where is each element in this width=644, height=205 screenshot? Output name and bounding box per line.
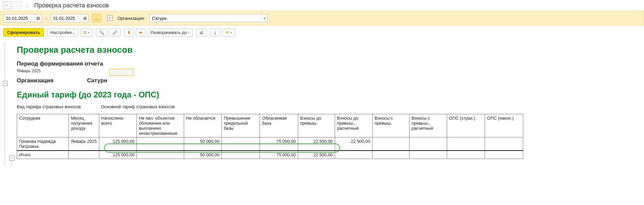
email-button[interactable]: ✉▾ <box>222 29 235 37</box>
period-label: Период формирования отчета <box>17 60 641 67</box>
cell-exceed-base <box>222 137 260 151</box>
table-wrapper: Сотрудник Месяц получения дохода Начисле… <box>17 114 641 159</box>
cell-ops-accum <box>485 137 523 151</box>
collapse-button[interactable]: ⬌ <box>136 29 146 37</box>
cell-employee: Громова Надежда Петровна <box>17 137 69 151</box>
toolbar: Сформировать Настройки... ⧉▾ 🔍 🔎 ⬍ ⬌ Раз… <box>0 26 644 39</box>
tarif-type-value: Основной тариф страховых взносов <box>101 104 175 109</box>
find-all-button[interactable]: 🔎 <box>109 29 121 37</box>
cell-ops-insur <box>447 137 485 151</box>
page-title: Проверка расчета взносов <box>34 2 109 9</box>
col-exceed-base: Превышение предельной базы <box>222 114 260 137</box>
col-accrued: Начислено всего <box>99 114 137 137</box>
tree-toggle[interactable]: – <box>9 156 14 161</box>
date-from-input[interactable] <box>4 16 34 21</box>
outline-tree-inner: – <box>11 159 18 166</box>
table-row[interactable]: Громова Надежда Петровна Январь 2025 125… <box>17 137 523 151</box>
settings-button[interactable]: Настройки... <box>47 29 78 37</box>
collapse-tree-icon: ⬌ <box>139 30 143 35</box>
col-ops-insur: ОПС (страх.) <box>447 114 485 137</box>
save-button[interactable]: ⭳ <box>210 29 220 37</box>
date-to-input[interactable] <box>51 16 81 21</box>
report-table: Сотрудник Месяц получения дохода Начисле… <box>17 114 523 159</box>
expand-group: ⬍ ⬌ Разворачивать до ▾ <box>124 29 193 37</box>
col-tax-base: Облагаемая база <box>260 114 298 137</box>
expand-button[interactable]: ⬍ <box>124 29 134 37</box>
tree-toggle[interactable]: – <box>3 81 8 86</box>
expand-to-label: Разворачивать до <box>151 30 187 35</box>
col-contrib-before: Взносы до превыш. <box>298 114 335 137</box>
cell-contrib-after-calc <box>409 137 447 151</box>
nav-forward-button[interactable]: → <box>13 1 21 9</box>
report-area: – – Проверка расчета взносов Период форм… <box>0 39 644 166</box>
cell-accrued: 125 000,00 <box>99 137 137 151</box>
envelope-icon: ✉ <box>225 30 229 35</box>
arrow-right-icon: → <box>15 3 19 8</box>
expand-tree-icon: ⬍ <box>127 30 131 35</box>
cell-contrib-before-calc: 22 500,00 <box>335 137 372 151</box>
search-list-icon: 🔎 <box>112 30 118 35</box>
export-group: ⭳ ✉▾ <box>210 29 235 37</box>
col-not-object: Не явл. объектом обложения или выплачено… <box>137 114 184 137</box>
cell-empty <box>372 151 409 159</box>
search-icon: 🔍 <box>99 30 104 35</box>
filter-bar: ▦ – ▦ ... ✓ Организация: ▾ <box>0 11 644 26</box>
favorite-star-icon[interactable]: ☆ <box>25 2 30 9</box>
col-contrib-before-calc: Взносы до превыш., расчетный <box>335 114 372 137</box>
col-contrib-after: Взносы с превыш. <box>372 114 409 137</box>
col-not-taxed: Не облагается <box>184 114 221 137</box>
outline-tree: – <box>5 42 11 166</box>
dropdown-icon[interactable]: ▾ <box>261 14 267 22</box>
period-picker-button[interactable]: ... <box>92 14 101 23</box>
find-button[interactable]: 🔍 <box>96 29 107 37</box>
report-body: Проверка расчета взносов Период формиров… <box>13 39 644 166</box>
tarif-type-label: Вид тарифа страховых взносов <box>17 104 81 109</box>
report-org-label: Организация <box>17 77 53 84</box>
col-month: Месяц получения дохода <box>69 114 99 137</box>
cell-total-contrib-before: 22 500,00 <box>298 151 335 159</box>
table-header-row: Сотрудник Месяц получения дохода Начисле… <box>17 114 523 137</box>
cell-total-label: Итого <box>17 151 69 159</box>
cell-empty <box>409 151 447 159</box>
settings-group: Настройки... ⧉▾ <box>47 29 93 37</box>
tarif-row: Вид тарифа страховых взносов Основной та… <box>17 104 641 109</box>
cell-empty <box>69 151 99 159</box>
calendar-icon[interactable]: ▦ <box>81 14 88 22</box>
section-title: Единый тариф (до 2023 года - ОПС) <box>17 90 641 99</box>
nav-back-button[interactable]: ← <box>3 1 11 9</box>
generate-button[interactable]: Сформировать <box>3 28 44 37</box>
date-to-field[interactable]: ▦ <box>51 14 89 22</box>
cell-empty <box>137 151 184 159</box>
variants-button[interactable]: ⧉▾ <box>80 29 93 37</box>
expand-to-button[interactable]: Разворачивать до ▾ <box>148 29 193 37</box>
col-ops-accum: ОПС (накоп.) <box>485 114 523 137</box>
cell-not-taxed: 50 000,00 <box>184 137 221 151</box>
arrow-left-icon: ← <box>5 3 9 8</box>
date-dash: – <box>45 16 47 21</box>
date-from-field[interactable]: ▦ <box>4 14 42 22</box>
cell-total-not-taxed: 50 000,00 <box>184 151 221 159</box>
cell-total-accrued: 125 000,00 <box>99 151 137 159</box>
report-org-value: Сатурн <box>87 77 107 84</box>
org-label: Организация: <box>117 16 145 21</box>
printer-icon: 🖨 <box>199 30 204 35</box>
org-input[interactable] <box>150 16 261 21</box>
copy-icon: ⧉ <box>84 30 87 35</box>
org-field[interactable]: ▾ <box>150 14 268 22</box>
col-contrib-after-calc: Взносы с превыш., расчетный <box>409 114 447 137</box>
cell-month: Январь 2025 <box>69 137 99 151</box>
cell-contrib-before: 22 500,00 <box>298 137 335 151</box>
cell-empty <box>447 151 485 159</box>
print-button[interactable]: 🖨 <box>196 29 207 37</box>
nav-bar: ← → ☆ Проверка расчета взносов <box>0 0 644 11</box>
calendar-icon[interactable]: ▦ <box>34 14 41 22</box>
find-group: 🔍 🔎 <box>96 29 121 37</box>
cell-tax-base: 75 000,00 <box>260 137 298 151</box>
cell-total-tax-base: 75 000,00 <box>260 151 298 159</box>
org-row: Организация Сатурн <box>17 77 641 84</box>
cell-empty <box>222 151 260 159</box>
cell-contrib-after <box>372 137 409 151</box>
report-title: Проверка расчета взносов <box>17 45 641 55</box>
save-icon: ⭳ <box>213 30 217 35</box>
org-checkbox[interactable]: ✓ <box>107 15 113 21</box>
